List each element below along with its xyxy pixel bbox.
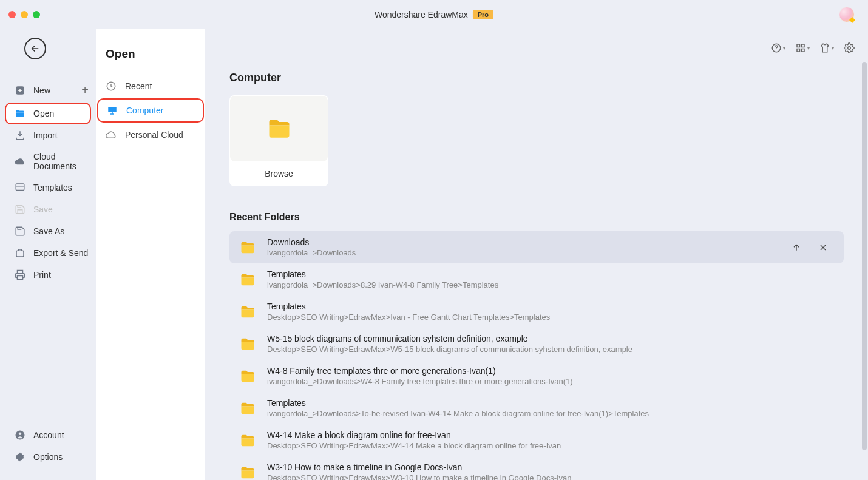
nav-item-account[interactable]: Account — [0, 424, 96, 446]
folder-icon — [239, 368, 256, 385]
folder-path: ivangordola_>Downloads>8.29 Ivan-W4-8 Fa… — [267, 280, 834, 289]
nav-label: New — [33, 86, 50, 95]
gear-icon — [15, 451, 25, 462]
maximize-window-button[interactable] — [33, 11, 40, 18]
svg-point-5 — [19, 433, 22, 436]
nav-label: Export & Send — [33, 248, 88, 258]
browse-thumb — [230, 96, 328, 161]
nav-item-templates[interactable]: Templates — [0, 177, 96, 198]
folder-row[interactable]: Templatesivangordola_>Downloads>To-be-re… — [229, 392, 844, 424]
svg-point-14 — [848, 47, 851, 50]
close-window-button[interactable] — [8, 11, 16, 18]
folder-path: ivangordola_>Downloads — [267, 248, 781, 257]
back-button[interactable] — [24, 38, 46, 59]
folder-name: W4-8 Family tree templates thre or more … — [267, 366, 834, 376]
nav-item-export-send[interactable]: Export & Send — [0, 242, 96, 264]
open-panel-title: Open — [96, 47, 205, 61]
pin-up-icon[interactable] — [792, 243, 801, 252]
nav-sidebar: New + Open Import Cloud Documents Templa… — [0, 29, 96, 480]
folder-path: Desktop>SEO Writing>EdrawMax>W5-15 block… — [267, 345, 834, 354]
templates-icon — [15, 182, 25, 193]
browse-card[interactable]: Browse — [229, 95, 328, 186]
folder-name: W4-14 Make a block diagram online for fr… — [267, 430, 834, 440]
folder-name: Templates — [267, 302, 834, 311]
monitor-icon — [107, 105, 118, 116]
gear-outline-icon — [844, 42, 855, 53]
svg-rect-8 — [108, 107, 117, 112]
folder-large-icon — [266, 115, 293, 142]
folder-name: Templates — [267, 269, 834, 279]
nav-label: Save — [33, 205, 53, 214]
svg-rect-2 — [16, 251, 24, 257]
print-icon — [15, 269, 25, 280]
nav-label: Templates — [33, 183, 72, 192]
nav-label: Options — [33, 452, 63, 462]
settings-button[interactable] — [844, 42, 855, 53]
folder-icon — [239, 336, 256, 353]
nav-item-cloud-documents[interactable]: Cloud Documents — [0, 146, 96, 177]
recent-folders-title: Recent Folders — [229, 212, 844, 223]
nav-item-save-as[interactable]: Save As — [0, 220, 96, 242]
folder-row[interactable]: W4-14 Make a block diagram online for fr… — [229, 424, 844, 456]
nav-label: Save As — [33, 226, 64, 236]
plus-square-icon — [15, 85, 25, 96]
toolbar-icons: ▾ ▾ ▾ — [771, 42, 855, 53]
shortcuts-menu[interactable]: ▾ — [795, 42, 810, 53]
folder-text: Templatesivangordola_>Downloads>8.29 Iva… — [267, 269, 834, 289]
open-item-recent[interactable]: Recent — [96, 74, 205, 98]
folder-name: Downloads — [267, 237, 781, 247]
open-panel: Open Recent Computer Personal Cloud — [96, 29, 205, 480]
shirt-icon — [819, 42, 830, 53]
scrollbar[interactable] — [862, 62, 867, 480]
folder-row[interactable]: Downloadsivangordola_>Downloads — [229, 231, 844, 263]
folder-text: W3-10 How to make a timeline in Google D… — [267, 462, 834, 480]
folder-icon — [239, 271, 256, 288]
folder-row[interactable]: W5-15 block diagrams of communication sy… — [229, 328, 844, 360]
nav-item-print[interactable]: Print — [0, 264, 96, 286]
folder-name: W3-10 How to make a timeline in Google D… — [267, 462, 834, 472]
svg-rect-13 — [802, 49, 805, 52]
user-avatar[interactable] — [839, 7, 855, 22]
folder-row[interactable]: TemplatesDesktop>SEO Writing>EdrawMax>Iv… — [229, 296, 844, 328]
folder-icon — [239, 432, 256, 449]
folder-row[interactable]: W3-10 How to make a timeline in Google D… — [229, 456, 844, 480]
open-item-personal-cloud[interactable]: Personal Cloud — [96, 123, 205, 147]
titlebar: Wondershare EdrawMax Pro — [0, 0, 868, 29]
account-icon — [15, 430, 25, 441]
folder-path: ivangordola_>Downloads>W4-8 Family tree … — [267, 377, 834, 386]
folder-row[interactable]: W4-8 Family tree templates thre or more … — [229, 360, 844, 392]
plus-icon: + — [81, 83, 89, 97]
svg-rect-12 — [797, 49, 800, 52]
folder-icon — [239, 464, 256, 481]
nav-item-import[interactable]: Import — [0, 124, 96, 146]
clock-icon — [106, 81, 117, 92]
nav-label: Account — [33, 430, 64, 440]
nav-item-save: Save — [0, 198, 96, 220]
open-item-computer[interactable]: Computer — [97, 98, 204, 123]
pro-badge: Pro — [473, 10, 493, 19]
import-icon — [15, 130, 25, 141]
folder-path: Desktop>SEO Writing>EdrawMax>W4-14 Make … — [267, 441, 834, 450]
nav-item-options[interactable]: Options — [0, 446, 96, 468]
open-item-label: Personal Cloud — [125, 130, 183, 140]
open-item-label: Recent — [125, 81, 152, 91]
nav-label: Open — [33, 109, 54, 118]
nav-item-open[interactable]: Open — [5, 103, 91, 124]
arrow-left-icon — [30, 43, 41, 54]
folder-text: W4-8 Family tree templates thre or more … — [267, 366, 834, 386]
help-icon — [771, 42, 782, 53]
folder-row[interactable]: Templatesivangordola_>Downloads>8.29 Iva… — [229, 263, 844, 296]
help-menu[interactable]: ▾ — [771, 42, 785, 53]
nav-item-new[interactable]: New + — [0, 78, 96, 103]
scroll-thumb[interactable] — [862, 62, 867, 450]
section-title-computer: Computer — [229, 72, 844, 84]
theme-menu[interactable]: ▾ — [819, 42, 834, 53]
folder-path: Desktop>SEO Writing>EdrawMax>Ivan - Free… — [267, 313, 834, 322]
export-icon — [15, 248, 25, 259]
minimize-window-button[interactable] — [21, 11, 28, 18]
svg-rect-1 — [16, 184, 24, 191]
cloud-icon — [15, 156, 25, 167]
folder-icon — [239, 303, 256, 320]
folder-text: W4-14 Make a block diagram online for fr… — [267, 430, 834, 450]
remove-icon[interactable] — [818, 243, 828, 252]
